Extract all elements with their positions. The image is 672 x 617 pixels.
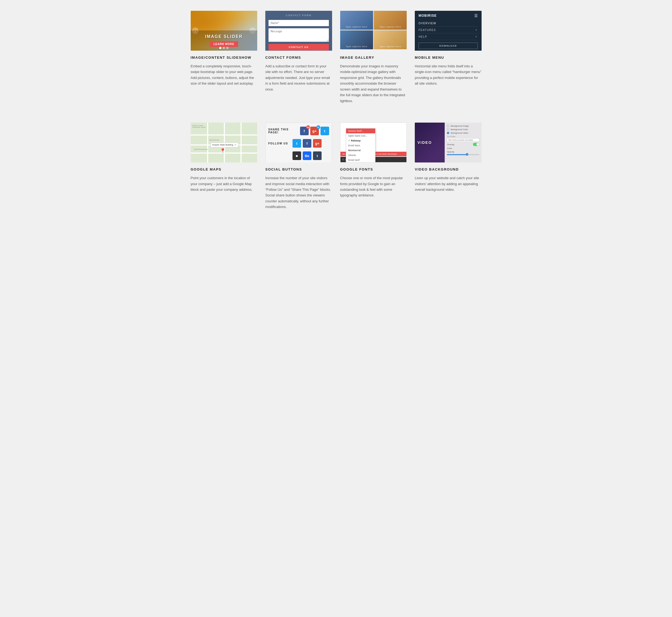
gallery-caption-3: Type caption here: [346, 45, 367, 48]
share-facebook-icon[interactable]: f 192: [300, 127, 309, 135]
font-item-raleway[interactable]: Raleway: [346, 138, 375, 143]
hamburger-icon[interactable]: ☰: [474, 13, 478, 18]
fonts-title: GOOGLE FONTS: [340, 167, 407, 171]
map-road-v1: [207, 123, 208, 163]
fonts-mock: Source Serif... Open Sans Con... Raleway…: [340, 123, 407, 163]
map-tooltip: Empire State Building ✕: [211, 143, 238, 147]
video-url-input[interactable]: [447, 138, 479, 142]
gallery-grid: Type caption here Type caption here Type…: [340, 11, 407, 49]
mobile-menu-title: MOBILE MENU: [415, 55, 482, 59]
facebook-share-badge: 192: [306, 125, 310, 129]
video-main-label: VIDEO: [418, 140, 432, 145]
share-twitter-icon[interactable]: t: [320, 127, 329, 135]
opacity-row: Opacity: [447, 151, 479, 153]
video-opt-bg-color[interactable]: Background Color: [447, 128, 479, 131]
gallery-preview: Type caption here Type caption here Type…: [340, 11, 407, 51]
card-video-background: VIDEO Background Image Background Color: [415, 123, 482, 210]
gallery-cell-2[interactable]: Type caption here: [374, 11, 407, 30]
overlay-label: Overlay: [447, 143, 471, 146]
toggle-knob: [476, 143, 479, 146]
fonts-desc: Choose one or more of the most popular f…: [340, 175, 407, 198]
mobile-menu-desc: Horizontal site menu folds itself into a…: [415, 63, 482, 86]
gallery-caption-1: Type caption here: [346, 26, 367, 28]
menu-download-button[interactable]: DOWNLOAD: [419, 43, 478, 49]
follow-facebook-icon[interactable]: f: [303, 139, 311, 148]
share-googleplus-icon[interactable]: g+ 47: [310, 127, 319, 135]
video-mock: VIDEO Background Image Background Color: [415, 123, 482, 163]
section-gap: [191, 117, 482, 123]
contact-forms-desc: Add a subscribe or contact form to your …: [265, 63, 332, 92]
opacity-slider-knob: [466, 153, 468, 156]
overlay-toggle[interactable]: [473, 143, 479, 146]
maps-mock: Jacob K. JavitsConvention Center МАНХЭТТ…: [191, 123, 257, 163]
social-bottom-row: ■ Be t: [268, 152, 329, 160]
slideshow-desc: Embed a completely responsive, touch-swi…: [191, 63, 257, 86]
map-label-1: Jacob K. JavitsConvention Center: [192, 125, 206, 128]
dot-3[interactable]: [226, 47, 228, 49]
gallery-cell-1[interactable]: Type caption here: [340, 11, 373, 30]
card-mobile-menu: MOBIRISE ☰ OVERVIEW FEATURES ▼ HELP ▼ DO…: [415, 11, 482, 104]
gallery-desc: Demonstrate your images in masonry mobil…: [340, 63, 407, 104]
contact-name-field[interactable]: [268, 20, 329, 26]
gallery-cell-3[interactable]: Type caption here: [340, 30, 373, 49]
gallery-caption-2: Type caption here: [380, 26, 401, 28]
opacity-slider[interactable]: [447, 154, 479, 155]
yt-label: YouTube: [447, 135, 479, 138]
contact-submit-button[interactable]: CONTACT US: [268, 44, 329, 50]
maps-desc: Point your customers in the location of …: [191, 175, 257, 192]
color-label: Color: [447, 147, 479, 150]
font-bar-align-icon: ☰: [342, 159, 344, 161]
mobile-menu-preview: MOBIRISE ☰ OVERVIEW FEATURES ▼ HELP ▼ DO…: [415, 11, 482, 51]
font-item-ubuntu[interactable]: Ubuntu: [346, 153, 375, 158]
contact-forms-title: CONTACT FORMS: [265, 55, 332, 59]
follow-googleplus-icon[interactable]: g+: [313, 139, 321, 148]
features-chevron-icon: ▼: [475, 29, 477, 31]
menu-item-overview[interactable]: OVERVIEW: [419, 20, 478, 27]
contact-message-field[interactable]: [268, 28, 329, 42]
font-item-opensans[interactable]: Open Sans Con...: [346, 133, 375, 138]
video-opt-bg-video[interactable]: Background Video: [447, 132, 479, 134]
font-item-droidsans[interactable]: Droid Sans: [346, 143, 375, 148]
menu-item-help-label: HELP: [419, 35, 427, 38]
card-image-gallery: Type caption here Type caption here Type…: [340, 11, 407, 104]
overlay-row: Overlay: [447, 143, 479, 146]
card-google-maps: Jacob K. JavitsConvention Center МАНХЭТТ…: [191, 123, 257, 210]
help-chevron-icon: ▼: [475, 36, 477, 38]
menu-item-help[interactable]: HELP ▼: [419, 34, 478, 40]
menu-brand: MOBIRISE: [419, 14, 437, 17]
social-preview: SHARE THIS PAGE! f 192 g+ 47 t: [265, 123, 332, 163]
map-label-3: Hotel Pennsylvania: [194, 149, 208, 150]
map-road-v3: [240, 123, 242, 163]
map-tooltip-text: Empire State Building: [213, 144, 233, 146]
video-opt-bg-image[interactable]: Background Image: [447, 125, 479, 127]
fonts-dropdown-header: Source Serif...: [346, 129, 375, 133]
opacity-label: Opacity: [447, 151, 479, 153]
dot-1[interactable]: [219, 47, 221, 49]
card-image-slideshow: ‹ › IMAGE SLIDER LEARN MORE IMAGE/CONTEN…: [191, 11, 257, 104]
follow-behance-icon[interactable]: Be: [303, 152, 311, 160]
maps-title: GOOGLE MAPS: [191, 167, 257, 171]
gallery-cell-4[interactable]: Type caption here: [374, 30, 407, 49]
follow-twitter-icon[interactable]: t: [292, 139, 301, 148]
map-label-2: МАНХЭТТЕН: [209, 139, 219, 141]
slider-bg: ‹ › IMAGE SLIDER LEARN MORE: [191, 11, 257, 51]
radio-bg-video: [447, 132, 449, 134]
social-desc: Increase the number of your site visitor…: [265, 175, 332, 210]
font-item-droidserif[interactable]: Droid Serif: [346, 158, 375, 163]
follow-tumblr-icon[interactable]: t: [313, 152, 321, 160]
card-contact-forms: CONTACT FORM CONTACT US CONTACT FORMS Ad…: [265, 11, 332, 104]
video-desc: Liven up your website and catch your sit…: [415, 175, 482, 192]
mobile-menu-mock: MOBIRISE ☰ OVERVIEW FEATURES ▼ HELP ▼ DO…: [415, 11, 482, 51]
googleplus-share-badge: 47: [316, 125, 320, 129]
contact-form-preview: CONTACT FORM CONTACT US: [265, 11, 332, 51]
share-icons-row: f 192 g+ 47 t: [300, 127, 329, 135]
gallery-caption-4: Type caption here: [380, 45, 401, 48]
color-row: Color: [447, 147, 479, 150]
dot-2[interactable]: [223, 47, 225, 49]
map-tooltip-close-icon[interactable]: ✕: [234, 144, 236, 146]
video-settings-panel: Background Image Background Color Backgr…: [445, 123, 481, 163]
font-item-montserrat[interactable]: Montserrat: [346, 148, 375, 153]
follow-github-icon[interactable]: ■: [292, 152, 301, 160]
slider-learn-more-button[interactable]: LEARN MORE: [210, 41, 238, 47]
menu-item-features[interactable]: FEATURES ▼: [419, 27, 478, 33]
